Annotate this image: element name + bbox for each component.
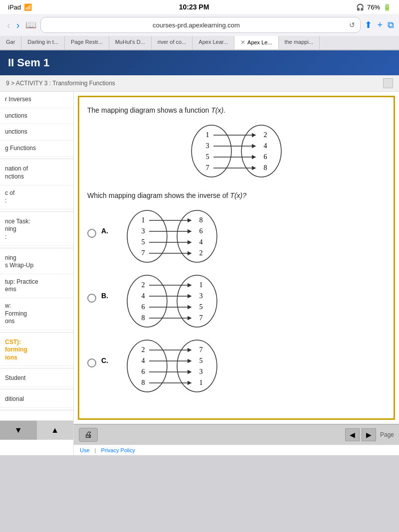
tab-apex2-active[interactable]: ✕ Apex Le... [234, 36, 279, 49]
svg-text:7: 7 [142, 249, 145, 257]
share-button[interactable]: ⬆ [365, 19, 372, 30]
wifi-icon: 📶 [24, 3, 32, 11]
main-diagram-container: 1 3 5 7 2 4 6 8 [87, 124, 386, 178]
question-text-1: The mapping diagram shows a function [87, 106, 211, 114]
sidebar-item-nce-task[interactable]: nce Task:ning: [0, 214, 73, 246]
svg-text:1: 1 [206, 131, 209, 139]
sidebar-item-c-of[interactable]: c of: [0, 185, 73, 209]
footer-links: Use | Privacy Policy [74, 445, 399, 455]
sidebar-up-button[interactable]: ▲ [37, 421, 74, 440]
svg-text:4: 4 [264, 142, 267, 150]
forward-button[interactable]: › [14, 20, 22, 30]
tab-page-restr[interactable]: Page Restr... [65, 36, 109, 49]
svg-point-28 [127, 275, 167, 327]
page-navigation: ◀ ▶ Page [345, 428, 394, 441]
function-name-2: T(x)? [230, 191, 246, 199]
sidebar: r Inverses unctions unctions g Functions… [0, 92, 74, 455]
svg-point-43 [177, 340, 217, 392]
tab-river[interactable]: river of co... [152, 36, 193, 49]
radio-a[interactable] [87, 229, 96, 238]
svg-text:1: 1 [200, 379, 203, 386]
nav-buttons: ‹ › [5, 20, 21, 30]
sidebar-divider-3 [0, 248, 73, 248]
svg-text:2: 2 [200, 249, 203, 257]
breadcrumb-icon [383, 78, 393, 88]
radio-b[interactable] [87, 294, 96, 303]
print-button[interactable]: 🖨 [79, 428, 98, 442]
sidebar-item-g-functions[interactable]: g Functions [0, 141, 73, 157]
sidebar-divider-4 [0, 332, 73, 333]
svg-text:8: 8 [200, 216, 203, 224]
svg-text:4: 4 [142, 357, 145, 364]
status-right: 🎧 76% 🔋 [356, 3, 391, 11]
tab-mapping[interactable]: the mappi... [279, 36, 320, 49]
sidebar-item-ning[interactable]: nings Wrap-Up [0, 250, 73, 274]
sidebar-item-cst[interactable]: CST):formingions [0, 335, 73, 366]
page-title: II Sem 1 [8, 56, 49, 69]
svg-text:6: 6 [142, 303, 145, 311]
svg-text:2: 2 [264, 131, 267, 139]
tab-muhuts[interactable]: MuHut's D... [109, 36, 152, 49]
tab-apex1[interactable]: Apex Lear... [193, 36, 234, 49]
prev-page-button[interactable]: ◀ [345, 428, 360, 441]
svg-text:5: 5 [200, 357, 203, 364]
svg-text:3: 3 [142, 227, 145, 235]
question-text-2: Which mapping diagram shows the inverse … [87, 191, 230, 199]
svg-text:3: 3 [206, 142, 209, 150]
svg-text:3: 3 [200, 292, 203, 300]
sidebar-item-inverses[interactable]: r Inverses [0, 92, 73, 108]
diagram-a: 1 3 5 7 8 6 4 2 [117, 209, 227, 264]
tabs-bar: Gar Darling in t... Page Restr... MuHut'… [0, 36, 399, 50]
main-area: r Inverses unctions unctions g Functions… [0, 92, 399, 455]
question-2: Which mapping diagram shows the inverse … [87, 190, 386, 201]
tab-close-icon[interactable]: ✕ [240, 39, 245, 46]
add-tab-button[interactable]: + [377, 20, 383, 30]
main-mapping-diagram: 1 3 5 7 2 4 6 8 [182, 124, 291, 178]
page-label: Page [380, 431, 394, 438]
sidebar-item-functions2[interactable]: unctions [0, 124, 73, 141]
function-name: T(x). [211, 106, 225, 114]
sidebar-item-student[interactable]: Student [0, 370, 73, 387]
url-text: courses-prd.apexlearning.com [46, 21, 346, 29]
sidebar-item-tup[interactable]: tup: Practiceems [0, 274, 73, 298]
tabs-overview-button[interactable]: ⧉ [388, 20, 394, 30]
svg-text:2: 2 [142, 346, 145, 354]
url-bar[interactable]: courses-prd.apexlearning.com ↺ [40, 17, 361, 33]
headphones-icon: 🎧 [356, 3, 364, 11]
sidebar-divider-7 [0, 410, 73, 410]
diagram-b: 2 4 6 8 1 3 5 7 [117, 274, 227, 329]
bottom-bar: 🖨 ◀ ▶ Page [74, 424, 399, 445]
svg-text:5: 5 [200, 303, 203, 311]
option-b: B. 2 4 6 8 1 3 5 7 [87, 274, 386, 329]
svg-text:3: 3 [200, 368, 203, 375]
label-a: A. [101, 227, 109, 235]
svg-point-0 [192, 125, 231, 177]
reload-button[interactable]: ↺ [349, 21, 355, 29]
content-inner: The mapping diagram shows a function T(x… [78, 96, 395, 420]
option-a: A. 1 3 5 7 8 6 4 2 [87, 209, 386, 264]
sidebar-down-button[interactable]: ▼ [0, 421, 37, 440]
privacy-link[interactable]: Privacy Policy [101, 447, 135, 453]
use-link[interactable]: Use [80, 447, 90, 453]
svg-text:4: 4 [142, 292, 145, 300]
tab-darling[interactable]: Darling in t... [21, 36, 65, 49]
battery-icon: 🔋 [383, 3, 391, 11]
sidebar-item-nation[interactable]: nation ofnctions [0, 161, 73, 185]
browser-chrome: ‹ › 📖 courses-prd.apexlearning.com ↺ ⬆ +… [0, 14, 399, 50]
tab-gar[interactable]: Gar [0, 36, 21, 49]
battery-percent: 76% [367, 3, 380, 11]
svg-text:4: 4 [200, 238, 203, 246]
radio-c[interactable] [87, 358, 96, 367]
sidebar-item-functions1[interactable]: unctions [0, 108, 73, 125]
label-c: C. [101, 356, 109, 364]
back-button[interactable]: ‹ [5, 20, 12, 30]
next-page-button[interactable]: ▶ [362, 428, 376, 441]
sidebar-item-ditional[interactable]: ditional [0, 391, 73, 408]
sidebar-divider-5 [0, 368, 73, 368]
status-bar: iPad 📶 10:23 PM 🎧 76% 🔋 [0, 0, 399, 14]
bookmark-button[interactable]: 📖 [25, 19, 36, 30]
svg-text:1: 1 [142, 216, 145, 224]
sidebar-footer: ▼ ▲ [0, 420, 73, 440]
sidebar-item-w[interactable]: w:Formingons [0, 298, 73, 330]
footer-separator: | [95, 447, 96, 453]
